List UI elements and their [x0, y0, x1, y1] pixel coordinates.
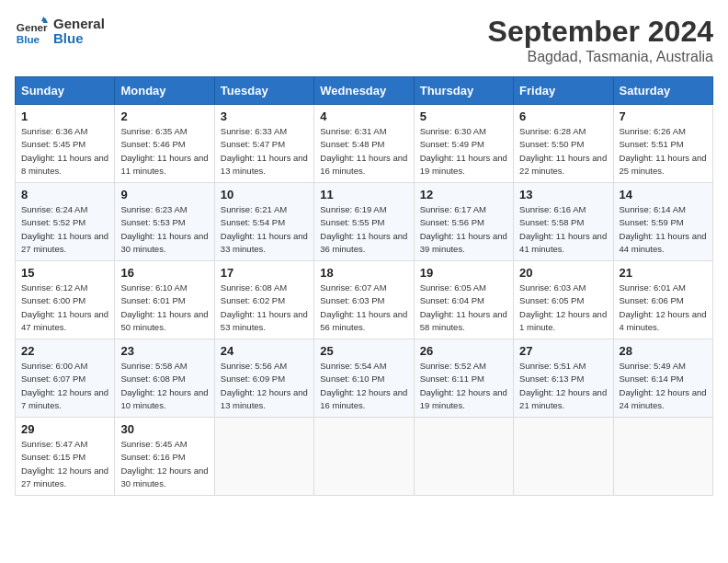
- day-6: 6 Sunrise: 6:28 AM Sunset: 5:50 PM Dayli…: [514, 105, 613, 183]
- day-9: 9 Sunrise: 6:23 AM Sunset: 5:53 PM Dayli…: [115, 183, 214, 261]
- day-29: 29 Sunrise: 5:47 AM Sunset: 6:15 PM Dayl…: [16, 418, 115, 496]
- empty-cell-1: [214, 418, 313, 496]
- day-25: 25 Sunrise: 5:54 AM Sunset: 6:10 PM Dayl…: [314, 339, 414, 418]
- day-17: 17 Sunrise: 6:08 AM Sunset: 6:02 PM Dayl…: [214, 261, 313, 339]
- day-30: 30 Sunrise: 5:45 AM Sunset: 6:16 PM Dayl…: [115, 418, 214, 496]
- day-28: 28 Sunrise: 5:49 AM Sunset: 6:14 PM Dayl…: [613, 339, 712, 418]
- day-12: 12 Sunrise: 6:17 AM Sunset: 5:56 PM Dayl…: [414, 183, 513, 261]
- empty-cell-4: [514, 418, 613, 496]
- week-row-4: 22 Sunrise: 6:00 AM Sunset: 6:07 PM Dayl…: [16, 339, 713, 418]
- day-5: 5 Sunrise: 6:30 AM Sunset: 5:49 PM Dayli…: [414, 105, 513, 183]
- logo-icon: General Blue: [15, 15, 48, 48]
- col-wednesday: Wednesday: [314, 77, 414, 105]
- day-8: 8 Sunrise: 6:24 AM Sunset: 5:52 PM Dayli…: [16, 183, 115, 261]
- day-7: 7 Sunrise: 6:26 AM Sunset: 5:51 PM Dayli…: [613, 105, 712, 183]
- logo-line1: General: [53, 17, 105, 32]
- day-18: 18 Sunrise: 6:07 AM Sunset: 6:03 PM Dayl…: [314, 261, 414, 339]
- day-24: 24 Sunrise: 5:56 AM Sunset: 6:09 PM Dayl…: [214, 339, 313, 418]
- day-3: 3 Sunrise: 6:33 AM Sunset: 5:47 PM Dayli…: [214, 105, 313, 183]
- day-19: 19 Sunrise: 6:05 AM Sunset: 6:04 PM Dayl…: [414, 261, 513, 339]
- day-21: 21 Sunrise: 6:01 AM Sunset: 6:06 PM Dayl…: [613, 261, 712, 339]
- day-20: 20 Sunrise: 6:03 AM Sunset: 6:05 PM Dayl…: [514, 261, 613, 339]
- col-tuesday: Tuesday: [214, 77, 313, 105]
- day-11: 11 Sunrise: 6:19 AM Sunset: 5:55 PM Dayl…: [314, 183, 414, 261]
- calendar: Sunday Monday Tuesday Wednesday Thursday…: [15, 76, 713, 496]
- col-sunday: Sunday: [16, 77, 115, 105]
- day-10: 10 Sunrise: 6:21 AM Sunset: 5:54 PM Dayl…: [214, 183, 313, 261]
- location: Bagdad, Tasmania, Australia: [488, 49, 713, 65]
- day-13: 13 Sunrise: 6:16 AM Sunset: 5:58 PM Dayl…: [514, 183, 613, 261]
- empty-cell-2: [314, 418, 414, 496]
- logo-line2: Blue: [53, 31, 105, 47]
- day-2: 2 Sunrise: 6:35 AM Sunset: 5:46 PM Dayli…: [115, 105, 214, 183]
- empty-cell-5: [613, 418, 712, 496]
- month-title: September 2024: [488, 15, 713, 49]
- col-thursday: Thursday: [414, 77, 513, 105]
- day-23: 23 Sunrise: 5:58 AM Sunset: 6:08 PM Dayl…: [115, 339, 214, 418]
- col-saturday: Saturday: [613, 77, 712, 105]
- day-4: 4 Sunrise: 6:31 AM Sunset: 5:48 PM Dayli…: [314, 105, 414, 183]
- day-26: 26 Sunrise: 5:52 AM Sunset: 6:11 PM Dayl…: [414, 339, 513, 418]
- svg-text:Blue: Blue: [17, 33, 40, 45]
- day-22: 22 Sunrise: 6:00 AM Sunset: 6:07 PM Dayl…: [16, 339, 115, 418]
- week-row-2: 8 Sunrise: 6:24 AM Sunset: 5:52 PM Dayli…: [16, 183, 713, 261]
- col-friday: Friday: [514, 77, 613, 105]
- logo: General Blue General Blue: [15, 15, 105, 48]
- day-27: 27 Sunrise: 5:51 AM Sunset: 6:13 PM Dayl…: [514, 339, 613, 418]
- col-monday: Monday: [115, 77, 214, 105]
- day-15: 15 Sunrise: 6:12 AM Sunset: 6:00 PM Dayl…: [16, 261, 115, 339]
- title-block: September 2024 Bagdad, Tasmania, Austral…: [488, 15, 713, 65]
- day-16: 16 Sunrise: 6:10 AM Sunset: 6:01 PM Dayl…: [115, 261, 214, 339]
- page-header: General Blue General Blue September 2024…: [15, 15, 713, 65]
- day-14: 14 Sunrise: 6:14 AM Sunset: 5:59 PM Dayl…: [613, 183, 712, 261]
- week-row-5: 29 Sunrise: 5:47 AM Sunset: 6:15 PM Dayl…: [16, 418, 713, 496]
- empty-cell-3: [414, 418, 513, 496]
- week-row-1: 1 Sunrise: 6:36 AM Sunset: 5:45 PM Dayli…: [16, 105, 713, 183]
- calendar-header-row: Sunday Monday Tuesday Wednesday Thursday…: [16, 77, 713, 105]
- week-row-3: 15 Sunrise: 6:12 AM Sunset: 6:00 PM Dayl…: [16, 261, 713, 339]
- day-1: 1 Sunrise: 6:36 AM Sunset: 5:45 PM Dayli…: [16, 105, 115, 183]
